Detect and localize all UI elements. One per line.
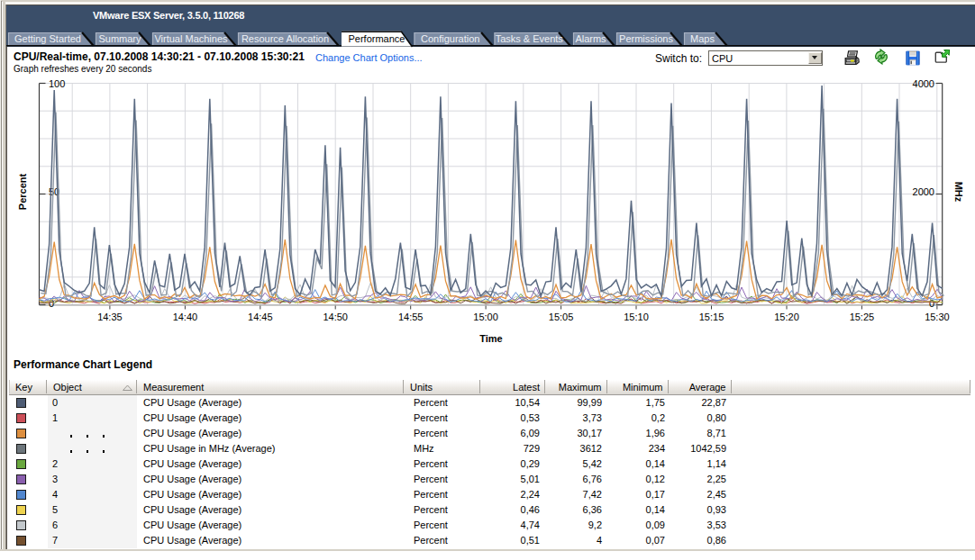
svg-text:15:20: 15:20 — [774, 312, 799, 322]
svg-text:Summary: Summary — [98, 33, 141, 44]
svg-text:15:00: 15:00 — [473, 312, 498, 322]
svg-text:Performance: Performance — [349, 33, 405, 44]
svg-text:15:30: 15:30 — [925, 312, 950, 322]
svg-text:Time: Time — [479, 333, 502, 344]
svg-text:15:25: 15:25 — [850, 312, 875, 322]
svg-text:Virtual Machines: Virtual Machines — [154, 33, 228, 44]
svg-text:Alarms: Alarms — [575, 33, 606, 44]
svg-text:Permissions: Permissions — [619, 33, 673, 44]
svg-text:Maps: Maps — [690, 33, 715, 44]
svg-text:Getting Started: Getting Started — [14, 33, 81, 44]
svg-text:15:05: 15:05 — [549, 312, 574, 322]
svg-text:2000: 2000 — [913, 186, 934, 197]
svg-text:14:40: 14:40 — [173, 312, 198, 322]
svg-text:14:50: 14:50 — [323, 312, 348, 322]
svg-text:MHz: MHz — [953, 182, 964, 203]
svg-text:15:10: 15:10 — [624, 312, 649, 322]
svg-text:Configuration: Configuration — [421, 33, 479, 44]
svg-text:Tasks & Events: Tasks & Events — [496, 33, 564, 44]
svg-text:14:45: 14:45 — [248, 312, 273, 322]
svg-text:14:35: 14:35 — [97, 312, 123, 322]
svg-text:15:15: 15:15 — [699, 312, 724, 322]
svg-text:Percent: Percent — [17, 173, 28, 210]
svg-text:100: 100 — [49, 78, 65, 89]
svg-text:4000: 4000 — [913, 78, 934, 89]
svg-text:14:55: 14:55 — [398, 312, 424, 322]
svg-text:Resource Allocation: Resource Allocation — [241, 33, 329, 44]
